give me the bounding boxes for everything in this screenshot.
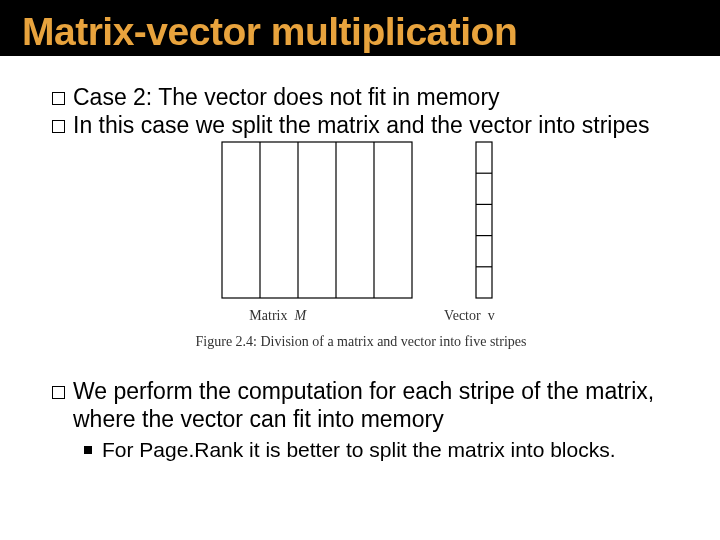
svg-rect-0 bbox=[222, 142, 412, 298]
title-bar: Matrix-vector multiplication bbox=[0, 0, 720, 56]
slide: Matrix-vector multiplication Case 2: The… bbox=[0, 0, 720, 540]
matrix-symbol: M bbox=[294, 308, 306, 323]
sub-bullet-text: For Page.Rank it is better to split the … bbox=[102, 437, 616, 463]
matrix-label: Matrix M bbox=[249, 308, 306, 324]
stripes-diagram-svg bbox=[152, 136, 570, 306]
vector-label: Vector v bbox=[444, 308, 495, 324]
sub-bullet-pagerank: For Page.Rank it is better to split the … bbox=[84, 437, 684, 463]
figure-labels: Matrix M Vector v bbox=[152, 308, 570, 324]
bullet-case2: Case 2: The vector does not fit in memor… bbox=[52, 84, 684, 112]
checkbox-icon bbox=[52, 120, 65, 133]
checkbox-icon bbox=[52, 92, 65, 105]
figure-stripes: Matrix M Vector v Figure 2.4: Division o… bbox=[152, 136, 570, 350]
figure-caption: Figure 2.4: Division of a matrix and vec… bbox=[152, 334, 570, 350]
vector-label-text: Vector bbox=[444, 308, 481, 323]
content-area: Case 2: The vector does not fit in memor… bbox=[0, 56, 720, 139]
square-bullet-icon bbox=[84, 446, 92, 454]
bullet-perform: We perform the computation for each stri… bbox=[52, 378, 684, 433]
checkbox-icon bbox=[52, 386, 65, 399]
slide-title: Matrix-vector multiplication bbox=[22, 10, 517, 53]
bullet-text: We perform the computation for each stri… bbox=[73, 378, 684, 433]
lower-content: We perform the computation for each stri… bbox=[52, 378, 684, 463]
matrix-label-text: Matrix bbox=[249, 308, 287, 323]
bullet-text: Case 2: The vector does not fit in memor… bbox=[73, 84, 500, 112]
svg-rect-5 bbox=[476, 142, 492, 298]
vector-symbol: v bbox=[488, 308, 495, 323]
